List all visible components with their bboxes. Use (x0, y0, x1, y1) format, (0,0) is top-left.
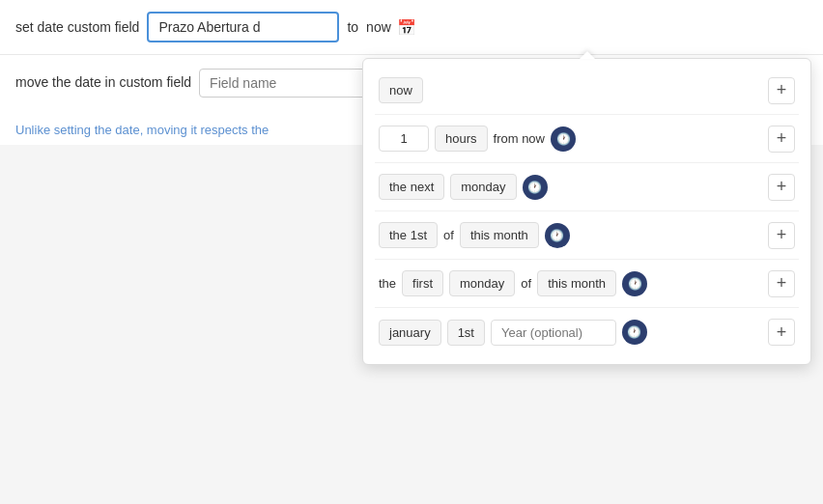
option-row-next-monday: the next monday 🕐 + (375, 163, 799, 211)
the-1st-tag[interactable]: the 1st (379, 222, 438, 248)
option-row-january: january 1st 🕐 + (375, 308, 799, 356)
move-date-label: move the date in custom field (15, 69, 191, 90)
add-january-button[interactable]: + (768, 319, 795, 346)
of-text-1: of (443, 228, 454, 242)
field-name-input-top[interactable] (147, 12, 339, 42)
set-date-label: set date custom field (15, 19, 139, 35)
add-next-monday-button[interactable]: + (768, 174, 795, 201)
date-options-dropdown: now + hours from now 🕐 + the next monday… (362, 58, 811, 365)
first-tag[interactable]: first (402, 270, 443, 296)
january-tag[interactable]: january (379, 320, 441, 346)
clock-icon-next[interactable]: 🕐 (523, 175, 548, 200)
clock-icon-hours[interactable]: 🕐 (551, 126, 576, 152)
from-now-text: from now (494, 131, 545, 146)
add-now-button[interactable]: + (768, 77, 795, 104)
year-optional-input[interactable] (491, 320, 616, 346)
calendar-icon[interactable]: 📅 (397, 18, 416, 37)
of-text-2: of (521, 276, 531, 291)
option-row-first-monday: the first monday of this month 🕐 + (375, 260, 799, 308)
this-month-tag-1[interactable]: this month (460, 222, 539, 248)
monday-tag-1[interactable]: monday (450, 174, 516, 200)
to-label: to (347, 19, 358, 35)
option-row-now: now + (375, 67, 799, 115)
field-name-input-move[interactable] (199, 69, 389, 98)
monday-tag-2[interactable]: monday (449, 270, 515, 296)
add-first-monday-button[interactable]: + (768, 270, 795, 297)
dropdown-arrow (580, 51, 595, 59)
the-text: the (379, 276, 396, 291)
the-next-tag[interactable]: the next (379, 174, 444, 200)
now-option-tag[interactable]: now (379, 77, 423, 103)
clock-icon-january[interactable]: 🕐 (622, 320, 647, 345)
add-1st-month-button[interactable]: + (768, 222, 795, 249)
1st-tag-2[interactable]: 1st (447, 320, 485, 346)
now-badge: now 📅 (366, 18, 416, 37)
this-month-tag-2[interactable]: this month (537, 270, 616, 296)
clock-icon-first-monday[interactable]: 🕐 (622, 271, 647, 296)
hours-number-input[interactable] (379, 126, 429, 152)
clock-icon-1st[interactable]: 🕐 (545, 223, 570, 248)
set-date-row: set date custom field to now 📅 (0, 0, 823, 55)
add-hours-button[interactable]: + (768, 126, 795, 153)
option-row-hours: hours from now 🕐 + (375, 115, 799, 163)
hours-tag[interactable]: hours (435, 126, 488, 152)
now-text: now (366, 19, 391, 35)
option-row-1st-month: the 1st of this month 🕐 + (375, 211, 799, 260)
